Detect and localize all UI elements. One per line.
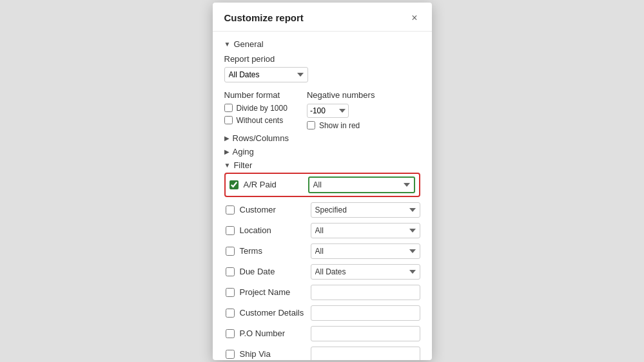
divide-by-1000-checkbox[interactable] (224, 104, 233, 112)
po-number-control (311, 326, 420, 341)
terms-checkbox[interactable] (226, 247, 235, 256)
filter-section: ▼ Filter (224, 160, 420, 170)
filter-label: Filter (233, 160, 252, 170)
customer-details-checkbox[interactable] (226, 309, 235, 318)
customer-checkbox[interactable] (226, 205, 235, 214)
aging-label: Aging (233, 147, 254, 157)
location-label: Location (240, 225, 311, 235)
ar-paid-filter-row: A/R Paid All Yes No (224, 173, 420, 197)
dialog-title: Customize report (224, 12, 304, 23)
location-filter-row: Location All Specified (224, 223, 420, 238)
dialog-body: ▼ General Report period All Dates Today … (213, 32, 432, 360)
due-date-filter-row: Due Date All Dates Today This Week (224, 264, 420, 280)
terms-select[interactable]: All Specified (311, 243, 420, 259)
location-checkbox[interactable] (226, 226, 235, 235)
customer-filter-row: Customer Specified All (224, 202, 420, 218)
due-date-label: Due Date (240, 267, 311, 276)
show-in-red-checkbox[interactable] (307, 121, 315, 129)
project-name-checkbox[interactable] (226, 288, 235, 297)
project-name-input[interactable] (311, 285, 420, 300)
general-arrow-icon: ▼ (224, 41, 231, 48)
without-cents-checkbox[interactable] (224, 116, 233, 124)
report-period-select[interactable]: All Dates Today This Week This Month Thi… (224, 67, 308, 82)
ship-via-input[interactable] (311, 347, 420, 360)
number-format-label: Number format (224, 90, 288, 100)
report-period-row: Report period All Dates Today This Week … (224, 54, 420, 82)
aging-arrow-icon: ▶ (224, 148, 229, 155)
filter-toggle[interactable]: ▼ Filter (224, 160, 420, 170)
po-number-filter-row: P.O Number (224, 326, 420, 341)
terms-filter-row: Terms All Specified (224, 243, 420, 259)
project-name-filter-row: Project Name (224, 285, 420, 300)
ar-paid-control: All Yes No (308, 176, 415, 193)
po-number-input[interactable] (311, 326, 420, 341)
rows-columns-toggle[interactable]: ▶ Rows/Columns (224, 133, 420, 143)
terms-control: All Specified (311, 243, 420, 259)
aging-toggle[interactable]: ▶ Aging (224, 147, 420, 157)
due-date-control: All Dates Today This Week (311, 264, 420, 280)
ship-via-checkbox[interactable] (226, 350, 235, 359)
po-number-checkbox[interactable] (226, 329, 235, 338)
customer-select[interactable]: Specified All (311, 202, 420, 218)
terms-label: Terms (240, 246, 311, 256)
customize-report-dialog: Customize report × ▼ General Report peri… (213, 3, 432, 360)
number-format-section: Number format Divide by 1000 Without cen… (224, 90, 420, 133)
ship-via-label: Ship Via (240, 349, 311, 359)
customer-details-input[interactable] (311, 305, 420, 321)
aging-section: ▶ Aging (224, 147, 420, 157)
negative-numbers-select[interactable]: -100 (100) -100.00 (307, 104, 349, 118)
rows-columns-arrow-icon: ▶ (224, 135, 229, 142)
rows-columns-label: Rows/Columns (233, 133, 289, 143)
negative-numbers-col: Negative numbers -100 (100) -100.00 Show… (307, 90, 375, 133)
divide-by-1000-row: Divide by 1000 (224, 104, 288, 113)
customer-label: Customer (240, 205, 311, 214)
ar-paid-checkbox[interactable] (229, 180, 239, 189)
customer-details-control (311, 305, 420, 321)
location-select[interactable]: All Specified (311, 223, 420, 238)
ar-paid-select[interactable]: All Yes No (308, 176, 415, 193)
filter-arrow-icon: ▼ (224, 162, 231, 169)
due-date-checkbox[interactable] (226, 267, 235, 276)
negative-numbers-select-row: -100 (100) -100.00 (307, 104, 375, 118)
negative-numbers-label: Negative numbers (307, 90, 375, 100)
report-period-label: Report period (224, 54, 420, 64)
general-section: ▼ General (224, 39, 420, 49)
location-control: All Specified (311, 223, 420, 238)
general-section-toggle[interactable]: ▼ General (224, 39, 420, 49)
without-cents-label[interactable]: Without cents (237, 116, 284, 125)
ship-via-filter-row: Ship Via (224, 347, 420, 360)
dialog-header: Customize report × (213, 3, 432, 32)
due-date-select[interactable]: All Dates Today This Week (311, 264, 420, 280)
close-button[interactable]: × (409, 12, 420, 24)
po-number-label: P.O Number (240, 329, 311, 338)
without-cents-row: Without cents (224, 116, 288, 125)
project-name-label: Project Name (240, 287, 311, 297)
ship-via-control (311, 347, 420, 360)
ar-paid-label: A/R Paid (244, 180, 308, 189)
number-format-col: Number format Divide by 1000 Without cen… (224, 90, 288, 128)
show-in-red-row: Show in red (307, 121, 375, 130)
rows-columns-section: ▶ Rows/Columns (224, 133, 420, 143)
divide-by-1000-label[interactable]: Divide by 1000 (237, 104, 288, 113)
project-name-control (311, 285, 420, 300)
general-section-label: General (233, 39, 263, 49)
customer-details-label: Customer Details (240, 308, 311, 318)
customer-control: Specified All (311, 202, 420, 218)
customer-details-filter-row: Customer Details (224, 305, 420, 321)
show-in-red-label[interactable]: Show in red (319, 121, 360, 130)
